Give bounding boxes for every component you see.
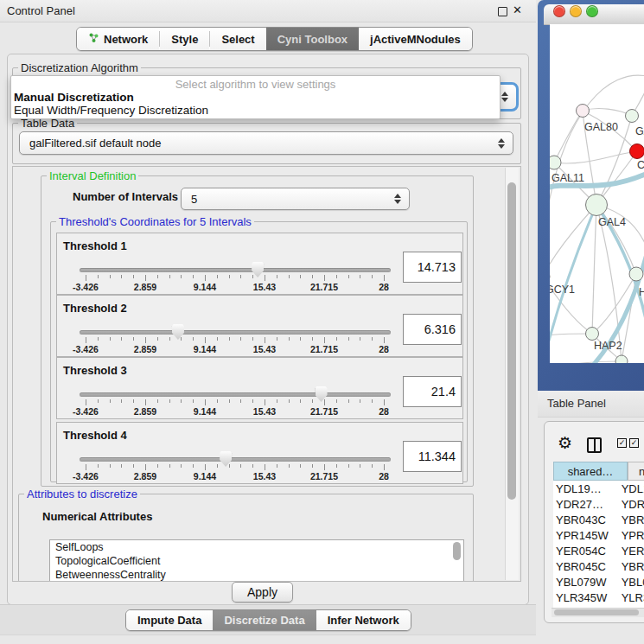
tab-network[interactable]: Network bbox=[77, 28, 159, 50]
close-light[interactable] bbox=[553, 5, 565, 17]
threshold-value-field[interactable]: 21.4 bbox=[403, 376, 462, 407]
app-root: Control Panel ✕ NetworkStyleSelectCyni T… bbox=[0, 0, 644, 644]
tab-discretize-data[interactable]: Discretize Data bbox=[213, 610, 316, 630]
network-edge[interactable] bbox=[596, 205, 622, 361]
threshold-value-field[interactable]: 14.713 bbox=[403, 252, 462, 283]
threshold-slider-thumb[interactable] bbox=[316, 386, 328, 402]
network-node-c[interactable] bbox=[630, 144, 644, 159]
column-header-name[interactable]: na bbox=[628, 462, 644, 481]
tick-label: -3.426 bbox=[63, 471, 108, 481]
threshold-slider-thumb[interactable] bbox=[172, 324, 184, 340]
minimize-light[interactable] bbox=[570, 5, 582, 17]
tab-cyni-toolbox[interactable]: Cyni Toolbox bbox=[266, 28, 359, 50]
close-icon[interactable]: ✕ bbox=[513, 3, 522, 16]
network-edge[interactable] bbox=[554, 151, 637, 163]
threshold-slider-thumb[interactable] bbox=[252, 262, 264, 277]
table-row[interactable]: YBR043CYBR0 bbox=[553, 512, 644, 527]
numerical-attributes-list[interactable]: SelfLoopsTopologicalCoefficientBetweenne… bbox=[49, 539, 464, 582]
network-node-gal4[interactable] bbox=[586, 194, 608, 216]
network-node-gal80[interactable] bbox=[577, 105, 590, 118]
table-row[interactable]: YLR345WYLR3 bbox=[553, 590, 644, 605]
gear-icon[interactable]: ⚙ bbox=[558, 435, 572, 451]
horizontal-scrollbar-thumb[interactable] bbox=[554, 609, 639, 615]
network-node-gal11[interactable] bbox=[550, 156, 561, 169]
attribute-item[interactable]: TopologicalCoefficient bbox=[50, 554, 463, 568]
minor-tick bbox=[336, 399, 337, 403]
columns-icon[interactable] bbox=[587, 437, 602, 453]
major-tick bbox=[384, 464, 385, 470]
column-header-shared-name[interactable]: shared… bbox=[553, 462, 628, 481]
vertical-scrollbar[interactable] bbox=[505, 168, 519, 580]
float-window-icon[interactable] bbox=[498, 7, 507, 16]
attribute-item[interactable]: SelfLoops bbox=[50, 540, 463, 554]
minor-tick bbox=[110, 275, 111, 278]
apply-button[interactable]: Apply bbox=[232, 582, 293, 603]
network-edge[interactable] bbox=[550, 361, 622, 363]
network-canvas[interactable]: GAL80GACGAL11GAL4GCY1HHAP2 bbox=[550, 24, 644, 363]
network-node[interactable] bbox=[615, 355, 628, 363]
minor-tick bbox=[348, 399, 349, 403]
major-tick bbox=[324, 464, 325, 470]
algorithm-option-equal-width-frequency-discretization[interactable]: Equal Width/Frequency Discretization bbox=[11, 104, 500, 117]
network-node-hap2[interactable] bbox=[586, 328, 599, 341]
network-node-h[interactable] bbox=[629, 267, 643, 281]
threshold-value-field[interactable]: 11.344 bbox=[403, 441, 462, 472]
table-data-combobox[interactable]: galFiltered.sif default node bbox=[19, 131, 513, 155]
tab-style[interactable]: Style bbox=[160, 28, 209, 50]
number-of-intervals-spinner[interactable]: 5 bbox=[181, 188, 410, 210]
minor-tick bbox=[121, 337, 122, 341]
vertical-scrollbar-thumb[interactable] bbox=[507, 182, 516, 500]
table-row[interactable]: YER054CYER0 bbox=[553, 543, 644, 558]
zoom-light[interactable] bbox=[586, 5, 598, 17]
tab-jactivemnodules[interactable]: jActiveMNodules bbox=[359, 28, 472, 50]
checkbox-checked-icon[interactable]: ✓ bbox=[629, 438, 639, 448]
node-label: HAP2 bbox=[594, 340, 622, 352]
cell-shared-name: YDL19… bbox=[553, 482, 622, 495]
attribute-item[interactable]: BetweennessCentrality bbox=[50, 568, 463, 582]
major-tick bbox=[86, 464, 86, 470]
cell-name: YLR3 bbox=[622, 591, 644, 604]
table-row[interactable]: YBR045CYBR0 bbox=[553, 558, 644, 574]
settings-scroll-panel: Interval Definition Number of Intervals … bbox=[12, 166, 521, 582]
algorithm-placeholder: Select algorithm to view settings bbox=[11, 78, 500, 91]
minor-tick bbox=[312, 399, 313, 403]
table-row[interactable]: YDL19…YDL1 bbox=[553, 481, 644, 496]
network-edge[interactable] bbox=[592, 205, 596, 334]
threshold-panel: Threshold 4-3.4262.8599.14415.4321.71528… bbox=[56, 422, 463, 484]
threshold-slider-track[interactable] bbox=[80, 457, 391, 462]
table-row[interactable]: YBL079WYBL0 bbox=[553, 574, 644, 590]
minor-tick bbox=[169, 337, 170, 341]
tick-label: 21.715 bbox=[302, 344, 347, 354]
cyni-mode-tabstrip: Impute DataDiscretize DataInfer Network bbox=[125, 609, 411, 631]
cell-name: YER0 bbox=[622, 545, 644, 558]
horizontal-scrollbar[interactable] bbox=[552, 608, 644, 617]
minor-tick bbox=[121, 275, 122, 278]
attributes-groupbox: Attributes to discretize Numerical Attri… bbox=[18, 494, 474, 582]
cell-shared-name: YBL079W bbox=[553, 576, 622, 589]
tick-label: 9.144 bbox=[182, 406, 227, 417]
major-tick bbox=[86, 275, 86, 281]
minor-tick bbox=[157, 399, 158, 403]
minor-tick bbox=[240, 399, 241, 403]
table-row[interactable]: YPR145WYPR1 bbox=[553, 527, 644, 543]
tab-infer-network[interactable]: Infer Network bbox=[316, 610, 411, 630]
checkbox-checked-icon[interactable]: ✓ bbox=[617, 438, 627, 448]
list-scrollbar-thumb[interactable] bbox=[453, 542, 461, 560]
major-tick bbox=[145, 337, 146, 343]
tick-label: 28 bbox=[361, 406, 406, 417]
tab-impute-data[interactable]: Impute Data bbox=[126, 610, 213, 630]
threshold-slider-thumb[interactable] bbox=[220, 451, 232, 467]
threshold-value-field[interactable]: 6.316 bbox=[403, 314, 462, 345]
minor-tick bbox=[336, 337, 337, 341]
threshold-slider-track[interactable] bbox=[80, 268, 391, 272]
tab-select[interactable]: Select bbox=[210, 28, 265, 50]
major-tick bbox=[86, 399, 86, 405]
tick-label: 21.715 bbox=[302, 406, 347, 417]
network-node-ga[interactable] bbox=[626, 110, 639, 123]
algorithm-option-manual-discretization[interactable]: Manual Discretization bbox=[11, 91, 500, 104]
cell-name: YDL1 bbox=[622, 482, 644, 495]
table-row[interactable]: YDR27…YDR2 bbox=[553, 496, 644, 512]
threshold-slider-track[interactable] bbox=[80, 392, 391, 397]
threshold-slider-track[interactable] bbox=[80, 330, 391, 335]
minor-tick bbox=[217, 337, 218, 341]
